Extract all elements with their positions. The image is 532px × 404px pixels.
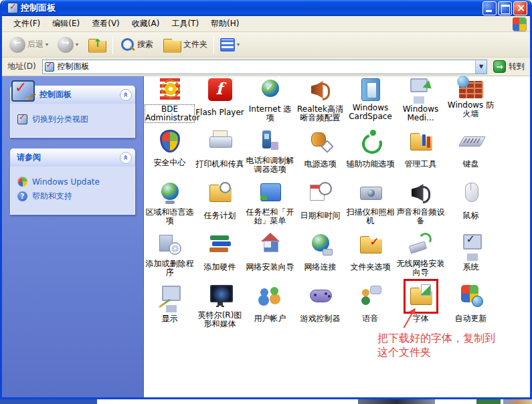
icon-grid: BDE AdministratorFlash PlayerInternet 选项…: [145, 78, 496, 335]
control-panel-item-game-controllers[interactable]: 游戏控制器: [295, 284, 345, 335]
control-panel-item-network-connections[interactable]: 网络连接: [295, 232, 345, 284]
control-panel-item-windows-cardspace[interactable]: Windows CardSpace: [345, 78, 395, 129]
address-dropdown-icon[interactable]: ▼: [475, 60, 486, 74]
forward-dropdown-icon[interactable]: ▾: [76, 41, 78, 47]
control-panel-item-system[interactable]: 系统: [446, 232, 496, 284]
back-dropdown-icon[interactable]: ▾: [46, 41, 48, 47]
network-setup-wizard-icon: [258, 233, 282, 256]
control-panel-item-security-center[interactable]: 安全中心: [145, 129, 195, 181]
control-panel-item-intel-graphics-media[interactable]: 英特尔(R)图形和媒体: [195, 284, 245, 335]
panel-title: 控制面板: [39, 89, 120, 100]
sidebar-item-windows-update[interactable]: Windows Update: [17, 177, 129, 187]
menu-item-1[interactable]: 编辑(E): [46, 16, 86, 31]
sidebar-item-help-support[interactable]: ?帮助和支持: [17, 191, 129, 202]
control-panel-item-taskbar-start-menu[interactable]: 任务栏和「开始」菜单: [245, 181, 295, 232]
control-panel-panel-icon: [11, 80, 35, 102]
control-panel-item-add-remove-programs[interactable]: 添加或删除程序: [145, 232, 195, 284]
icon-label: 无线网络安装向导: [396, 260, 445, 277]
control-panel-item-keyboard[interactable]: 键盘: [446, 129, 496, 181]
control-panel-item-windows-firewall[interactable]: Windows 防火墙: [446, 78, 496, 129]
address-input[interactable]: 控制面板 ▼: [42, 60, 487, 74]
icon-label: 任务计划: [204, 211, 236, 220]
icon-wrap: [158, 233, 182, 257]
control-panel-item-sounds-audio-devices[interactable]: 声音和音频设备: [395, 181, 446, 232]
control-panel-item-user-accounts[interactable]: 用户帐户: [245, 284, 295, 335]
icon-label: 电话和调制解调器选项: [246, 157, 294, 174]
control-panel-item-accessibility-options[interactable]: 辅助功能选项: [345, 129, 395, 181]
icon-label: 添加或删除程序: [145, 260, 194, 277]
collapse-chevron-icon[interactable]: [120, 89, 132, 101]
go-label: 转到: [509, 61, 525, 72]
control-panel-item-power-options[interactable]: 电源选项: [295, 129, 345, 181]
wireless-network-setup-wizard-icon: [409, 233, 433, 256]
icon-wrap: [208, 233, 232, 257]
icon-label: 系统: [463, 263, 479, 272]
control-panel-item-folder-options[interactable]: 文件夹选项: [345, 232, 395, 284]
printers-and-faxes-icon: [208, 130, 232, 153]
views-dropdown-icon[interactable]: ▾: [237, 41, 240, 47]
icon-wrap: [258, 233, 282, 257]
title-bar[interactable]: 控制面板: [2, 0, 530, 16]
search-button[interactable]: 搜索: [116, 37, 157, 53]
sidebar-item-switch-category-view[interactable]: 切换到分类视图: [17, 114, 129, 125]
maximize-button[interactable]: [498, 1, 512, 15]
panel-control-panel-header[interactable]: 控制面板: [10, 86, 135, 104]
control-panel-item-mouse[interactable]: 鼠标: [446, 181, 496, 232]
menu-item-4[interactable]: 工具(T): [165, 16, 205, 31]
menu-item-2[interactable]: 查看(V): [86, 16, 126, 31]
control-panel-item-windows-media[interactable]: Windows Medi...: [395, 78, 446, 129]
menu-item-0[interactable]: 文件(F): [7, 16, 46, 31]
control-panel-item-date-and-time[interactable]: 日期和时间: [295, 181, 345, 232]
icon-wrap: [158, 284, 182, 308]
control-panel-item-internet-options[interactable]: Internet 选项: [245, 78, 295, 129]
menu-item-3[interactable]: 收藏(A): [126, 16, 166, 31]
control-panel-item-wireless-network-setup-wizard[interactable]: 无线网络安装向导: [395, 232, 446, 284]
close-button[interactable]: [513, 1, 527, 15]
forward-button[interactable]: ▾: [54, 37, 82, 53]
control-panel-item-regional-language-options[interactable]: 区域和语言选项: [145, 181, 195, 232]
minimize-button[interactable]: [482, 1, 497, 15]
icon-label: 显示: [162, 314, 178, 323]
background-window-fragment: [503, 399, 532, 404]
up-button[interactable]: [84, 36, 110, 54]
icon-label: 声音和音频设备: [396, 208, 445, 225]
control-panel-item-display[interactable]: 显示: [145, 284, 195, 335]
views-button[interactable]: ▾: [217, 38, 243, 52]
icon-wrap: [308, 181, 333, 205]
control-panel-item-automatic-updates[interactable]: 自动更新: [446, 284, 496, 335]
control-panel-item-administrative-tools[interactable]: 管理工具: [395, 129, 446, 181]
control-panel-item-phone-and-modem[interactable]: 电话和调制解调器选项: [245, 129, 295, 181]
control-panel-item-network-setup-wizard[interactable]: 网络安装向导: [245, 232, 295, 284]
icon-wrap: [359, 233, 383, 257]
icon-label: 安全中心: [154, 159, 186, 167]
security-center-icon: [160, 130, 180, 153]
sounds-audio-devices-icon: [409, 181, 433, 204]
collapse-chevron-icon[interactable]: [120, 152, 132, 164]
toolbar-separator: [112, 35, 113, 54]
folders-button[interactable]: 文件夹: [159, 36, 211, 54]
back-button[interactable]: 后退 ▾: [6, 37, 52, 53]
control-panel-item-realtek-hd-audio[interactable]: Realtek高清晰音频配置: [295, 78, 345, 129]
control-panel-item-scanners-cameras[interactable]: 扫描仪和照相机: [345, 181, 395, 232]
icon-wrap: [459, 181, 483, 205]
icon-label: 键盘: [463, 160, 479, 169]
accessibility-options-icon: [359, 130, 383, 153]
network-connections-icon: [308, 233, 333, 256]
icon-label: BDE Administrator: [145, 105, 194, 122]
control-panel-item-printers-and-faxes[interactable]: 打印机和传真: [195, 129, 245, 181]
icon-label: 扫描仪和照相机: [346, 208, 395, 225]
go-button[interactable]: → 转到: [491, 60, 527, 73]
administrative-tools-icon: [409, 130, 433, 153]
user-accounts-icon: [258, 284, 282, 307]
control-panel-item-bde-administrator[interactable]: BDE Administrator: [145, 78, 195, 129]
menu-item-5[interactable]: 帮助(H): [205, 16, 245, 31]
panel-see-also-header[interactable]: 请参阅: [10, 148, 135, 167]
back-label: 后退: [27, 39, 43, 50]
control-panel-item-scheduled-tasks[interactable]: 任务计划: [195, 181, 245, 232]
control-panel-item-flash-player[interactable]: Flash Player: [195, 78, 245, 129]
control-panel-item-speech[interactable]: 语音: [345, 284, 395, 335]
icon-wrap: [459, 233, 483, 257]
icon-label: Windows CardSpace: [346, 104, 395, 121]
control-panel-item-add-hardware[interactable]: 添加硬件: [195, 232, 245, 284]
icon-label: Windows 防火墙: [446, 101, 495, 118]
